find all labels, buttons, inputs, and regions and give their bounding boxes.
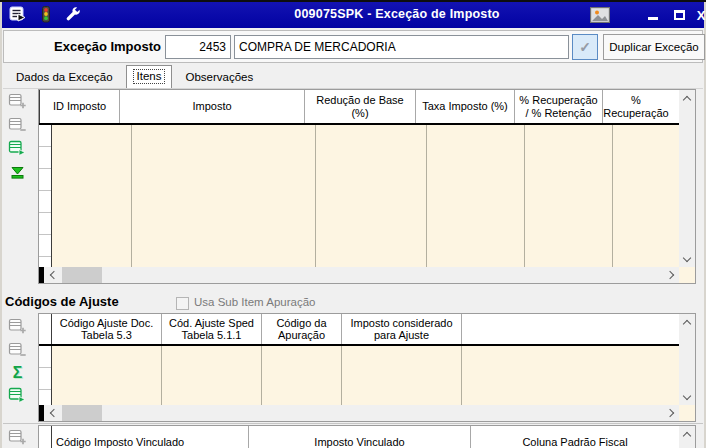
tab-itens-label: Itens	[133, 69, 166, 84]
tab-observacoes[interactable]: Observações	[175, 68, 263, 88]
adjust-post-row-button[interactable]	[8, 386, 27, 405]
body-col	[262, 346, 342, 405]
scrollbar-corner	[679, 405, 695, 421]
chevron-right-icon	[665, 409, 673, 417]
adjust-insert-row-button[interactable]	[8, 317, 27, 336]
indicator-column-header	[39, 426, 52, 448]
body-col	[462, 346, 679, 405]
adjust-grid-body[interactable]	[39, 346, 679, 405]
items-grid[interactable]: ID Imposto Imposto Redução de Base (%) T…	[38, 89, 696, 284]
scroll-up-button[interactable]	[679, 90, 695, 106]
linked-grid[interactable]: Código Imposto Vinculado Imposto Vincula…	[38, 425, 696, 448]
post-row-icon	[8, 139, 27, 158]
exception-description-field[interactable]: COMPRA DE MERCADORIA	[234, 35, 569, 59]
adjust-sum-button[interactable]: Σ	[8, 363, 27, 382]
scroll-left-button[interactable]	[44, 405, 60, 421]
scrollbar-thumb[interactable]	[62, 405, 102, 421]
exception-id-field[interactable]: 2453	[165, 35, 231, 59]
items-vertical-scrollbar[interactable]	[679, 90, 695, 267]
close-button[interactable]: X	[690, 6, 706, 24]
scroll-up-button[interactable]	[679, 314, 695, 330]
body-col	[52, 346, 162, 405]
items-go-to-last-button[interactable]	[8, 162, 27, 181]
confirm-button[interactable]: ✓	[572, 34, 598, 60]
tab-itens[interactable]: Itens	[126, 65, 173, 88]
sum-icon: Σ	[13, 365, 23, 381]
body-col	[525, 125, 613, 267]
col-header-imposto-vinculado[interactable]: Imposto Vinculado	[249, 426, 471, 448]
col-header-taxa-imposto[interactable]: Taxa Imposto (%)	[416, 90, 515, 123]
col-header-imposto-considerado[interactable]: Imposto considerado para Ajuste	[342, 314, 462, 344]
col-header-coluna-padrao-fiscal[interactable]: Coluna Padrão Fiscal	[471, 426, 679, 448]
duplicate-exception-button[interactable]: Duplicar Exceção	[603, 34, 705, 60]
maximize-button[interactable]	[668, 6, 690, 24]
form-icon	[9, 6, 27, 22]
chevron-left-icon	[49, 409, 57, 417]
body-col	[162, 346, 262, 405]
col-header-id-imposto[interactable]: ID Imposto	[40, 90, 120, 123]
body-col	[316, 125, 427, 267]
scrollbar-corner	[679, 267, 695, 283]
adjust-vertical-scrollbar[interactable]	[679, 314, 695, 405]
tab-bar: Dados da Exceção Itens Observações	[6, 65, 263, 88]
chevron-right-icon	[665, 271, 673, 279]
header-filler	[462, 314, 679, 344]
col-header-recuperacao[interactable]: % Recuperação	[603, 90, 669, 123]
delete-row-icon	[8, 116, 27, 135]
indicator-column	[39, 125, 52, 267]
scroll-right-button[interactable]	[663, 405, 679, 421]
insert-row-icon	[8, 92, 27, 111]
minimize-button[interactable]	[642, 6, 664, 24]
scroll-right-button[interactable]	[663, 267, 679, 283]
scroll-left-button[interactable]	[44, 267, 60, 283]
chevron-up-icon	[683, 95, 691, 103]
delete-row-icon	[8, 341, 27, 360]
body-col	[52, 125, 132, 267]
col-header-recuperacao-retencao[interactable]: % Recuperação / % Retenção	[515, 90, 603, 123]
window-title: 009075SPK - Exceção de Imposto	[92, 7, 702, 21]
scroll-down-button[interactable]	[679, 251, 695, 267]
chevron-up-icon	[683, 319, 691, 327]
adjust-delete-row-button[interactable]	[8, 341, 27, 360]
scroll-up-button[interactable]	[679, 426, 695, 442]
chevron-up-icon	[683, 431, 691, 439]
items-insert-row-button[interactable]	[8, 92, 27, 111]
adjust-horizontal-scrollbar[interactable]	[39, 405, 679, 421]
body-col	[342, 346, 462, 405]
items-delete-row-button[interactable]	[8, 116, 27, 135]
traffic-light-icon	[38, 6, 54, 23]
usa-sub-item-label: Usa Sub Item Apuração	[194, 296, 315, 308]
chevron-left-icon	[49, 271, 57, 279]
col-header-codigo-imposto-vinculado[interactable]: Código Imposto Vinculado	[52, 426, 249, 448]
adjust-section-title: Códigos de Ajuste	[5, 294, 119, 309]
items-horizontal-scrollbar[interactable]	[39, 267, 679, 283]
check-icon: ✓	[579, 39, 591, 55]
adjust-grid[interactable]: Código Ajuste Doc. Tabela 5.3 Cód. Ajust…	[38, 313, 696, 422]
tab-dados-da-excecao[interactable]: Dados da Exceção	[6, 68, 123, 88]
header-panel: Exceção Imposto 2453 COMPRA DE MERCADORI…	[3, 30, 703, 63]
items-grid-body[interactable]	[39, 125, 679, 267]
col-header-cod-ajuste-sped[interactable]: Cód. Ajuste Sped Tabela 5.1.1	[162, 314, 262, 344]
items-post-row-button[interactable]	[8, 139, 27, 158]
linked-vertical-scrollbar[interactable]	[679, 426, 695, 448]
chevron-down-icon	[683, 391, 691, 399]
scroll-down-button[interactable]	[679, 389, 695, 405]
go-to-last-icon	[8, 162, 27, 181]
col-header-codigo-ajuste-doc[interactable]: Código Ajuste Doc. Tabela 5.3	[52, 314, 162, 344]
section-divider	[3, 423, 703, 424]
linked-grid-header: Código Imposto Vinculado Imposto Vincula…	[39, 426, 679, 448]
scrollbar-thumb[interactable]	[62, 267, 102, 283]
insert-row-icon	[8, 428, 27, 447]
picture-icon[interactable]	[590, 7, 610, 23]
body-col	[427, 125, 526, 267]
col-header-imposto[interactable]: Imposto	[120, 90, 305, 123]
usa-sub-item-checkbox[interactable]	[176, 297, 189, 310]
body-col	[132, 125, 316, 267]
col-header-reducao-base[interactable]: Redução de Base (%)	[305, 90, 416, 123]
linked-insert-row-button[interactable]	[8, 428, 27, 447]
minimize-icon	[648, 17, 658, 20]
indicator-column-header	[39, 314, 52, 344]
col-header-codigo-apuracao[interactable]: Código da Apuração	[262, 314, 342, 344]
wrench-icon	[64, 6, 81, 23]
window-titlebar[interactable]: 009075SPK - Exceção de Imposto X	[2, 2, 704, 28]
